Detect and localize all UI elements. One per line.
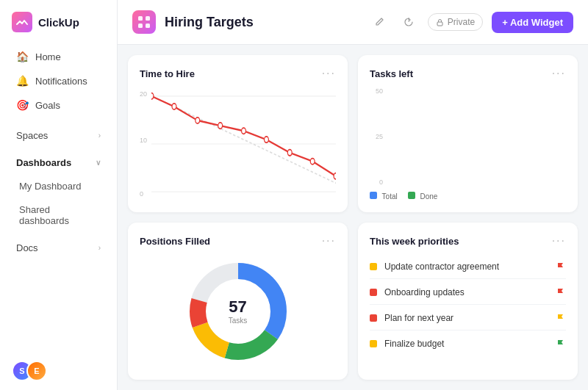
priority-flag-4 [556,339,566,349]
priority-list: Update contractor agreement Onboarding u… [370,255,566,355]
flag-icon-4 [556,339,565,348]
svg-rect-1 [138,16,143,21]
priority-dot-1 [370,263,377,270]
shared-dashboards-label: Shared dashboards [19,204,101,226]
svg-point-16 [287,150,292,156]
dashboards-label: Dashboards [16,157,71,168]
bar-chart-wrapper: 50 25 0 [370,87,566,186]
lock-icon [436,18,444,26]
svg-rect-2 [146,16,150,21]
flag-icon-2 [556,288,565,297]
sidebar-item-label: Home [35,51,61,62]
svg-rect-5 [437,22,442,26]
chevron-right-icon: › [98,131,101,140]
widget-priorities-menu[interactable]: ··· [552,234,566,248]
y-label-max: 20 [140,90,147,98]
refresh-button[interactable] [398,12,419,32]
sidebar-item-docs[interactable]: Docs › [4,236,112,259]
widget-priorities-header: This week priorities ··· [370,234,566,248]
sidebar-logo[interactable]: ClickUp [0,0,117,41]
bar-chart-area [386,87,566,186]
bar-chart-legend: Total Done [370,192,566,201]
priority-flag-1 [556,261,566,272]
priority-item-1: Update contractor agreement [370,255,566,279]
legend-done: Done [408,192,438,201]
priority-text-2: Onboarding updates [384,287,548,297]
main-content: Hiring Targets Private [118,0,588,390]
widget-tasks-left-menu[interactable]: ··· [552,67,566,80]
widget-priorities: This week priorities ··· Update contract… [358,223,578,380]
widget-time-to-hire: Time to Hire ··· 20 10 0 [128,55,348,212]
sidebar: ClickUp 🏠 Home 🔔 Notifications 🎯 Goals S… [0,0,118,390]
donut-center: 57 Tasks [229,298,248,324]
widget-positions-filled-menu[interactable]: ··· [322,234,336,248]
legend-dot-total [370,192,377,199]
priority-dot-4 [370,340,377,347]
svg-point-11 [172,104,176,109]
y-label-50: 50 [370,87,383,95]
donut-number: 57 [229,298,248,316]
donut-chart-container: 57 Tasks [140,255,336,368]
sidebar-navigation: 🏠 Home 🔔 Notifications 🎯 Goals Spaces › … [0,41,117,352]
legend-dot-done [408,192,415,199]
svg-point-12 [196,118,200,123]
widget-positions-filled: Positions Filled ··· [128,223,348,380]
donut-label: Tasks [229,317,248,325]
svg-point-17 [310,159,315,165]
edit-button[interactable] [369,12,390,32]
y-label-min: 0 [140,190,143,198]
svg-point-18 [334,173,336,179]
priority-item-4: Finalize budget [370,332,566,355]
dashboard-grid: Time to Hire ··· 20 10 0 [118,45,588,390]
add-widget-label: + Add Widget [502,17,563,28]
y-label-mid: 10 [140,137,147,144]
svg-rect-0 [12,12,32,32]
svg-point-10 [151,93,154,99]
docs-label: Docs [16,242,38,253]
target-icon: 🎯 [16,99,28,111]
sidebar-item-my-dashboard[interactable]: My Dashboard [4,175,112,198]
sidebar-item-goals[interactable]: 🎯 Goals [4,93,112,117]
widget-time-to-hire-header: Time to Hire ··· [140,67,336,80]
add-widget-button[interactable]: + Add Widget [492,12,573,33]
sidebar-footer: S E [0,352,117,390]
avatar-e: E [26,361,47,381]
widget-positions-filled-title: Positions Filled [140,236,210,247]
sidebar-item-spaces[interactable]: Spaces › [4,124,112,147]
widget-tasks-left-content: 50 25 0 [370,87,566,201]
widget-tasks-left-header: Tasks left ··· [370,67,566,80]
priority-dot-2 [370,289,377,296]
sidebar-item-home[interactable]: 🏠 Home [4,45,112,68]
sidebar-item-shared-dashboards[interactable]: Shared dashboards [4,198,112,232]
flag-icon-3 [556,314,565,322]
widget-tasks-left-title: Tasks left [370,68,413,79]
widget-tasks-left: Tasks left ··· 50 25 0 [358,55,578,212]
sidebar-item-notifications[interactable]: 🔔 Notifications [4,69,112,93]
widget-positions-filled-header: Positions Filled ··· [140,234,336,248]
bell-icon: 🔔 [16,75,28,87]
widget-time-to-hire-menu[interactable]: ··· [322,67,336,80]
svg-rect-3 [138,24,143,28]
y-label-25: 25 [370,133,383,140]
spaces-label: Spaces [16,130,48,141]
priority-item-3: Plan for next year [370,306,566,331]
sidebar-item-dashboards[interactable]: Dashboards ∨ [4,151,112,174]
refresh-icon [404,17,414,27]
logo-text: ClickUp [38,16,79,29]
widget-priorities-content: Update contractor agreement Onboarding u… [370,255,566,368]
widget-priorities-title: This week priorities [370,236,459,247]
priority-text-1: Update contractor agreement [384,261,548,272]
my-dashboard-label: My Dashboard [19,181,82,192]
grid-icon [137,15,151,29]
privacy-badge[interactable]: Private [428,13,483,31]
svg-rect-4 [146,24,150,28]
line-chart-svg [151,87,336,201]
page-title: Hiring Targets [165,15,360,30]
avatar-stack: S E [12,361,47,381]
widget-time-to-hire-title: Time to Hire [140,68,195,79]
widget-time-to-hire-content: 20 10 0 [140,87,336,201]
flag-icon-1 [556,262,565,271]
sidebar-item-label: Notifications [35,76,87,87]
page-header: Hiring Targets Private [118,0,588,45]
bar-chart-y-labels: 50 25 0 [370,87,386,186]
